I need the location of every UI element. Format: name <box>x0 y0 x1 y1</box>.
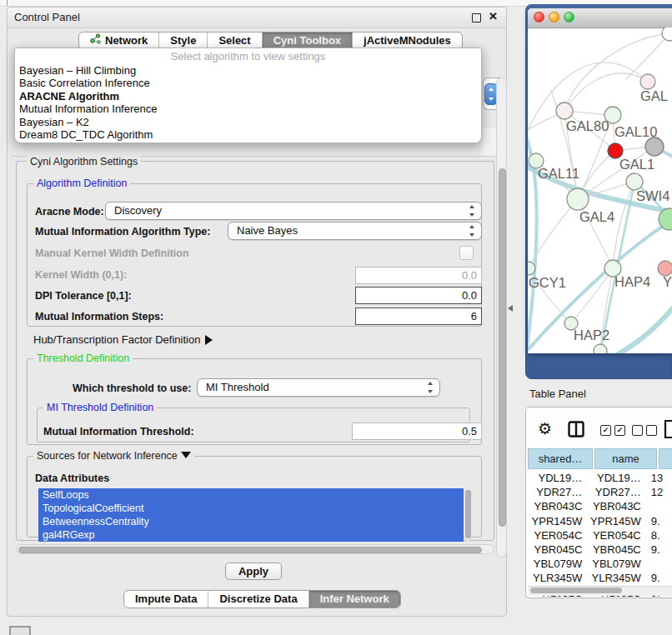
column-header[interactable] <box>659 448 672 469</box>
network-node[interactable] <box>662 28 672 41</box>
column-header[interactable]: shared… <box>528 448 593 469</box>
table-toolbar: ⚙ ✓✓ <box>526 408 672 448</box>
network-node-gal4[interactable] <box>567 188 589 210</box>
table-row[interactable]: YPR145WYPR145W9. <box>528 514 672 528</box>
aracne-mode-value: Discovery <box>114 204 162 217</box>
bottom-tab-impute-data[interactable]: Impute Data <box>124 591 208 608</box>
aracne-mode-select[interactable]: Discovery <box>105 202 482 220</box>
apply-button[interactable]: Apply <box>225 562 282 580</box>
network-edge[interactable] <box>604 296 672 353</box>
table-cell <box>648 499 672 513</box>
tab-jactivemnodules[interactable]: jActiveMNodules <box>353 32 462 49</box>
tab-cyni-toolbox[interactable]: Cyni Toolbox <box>263 32 353 49</box>
close-traffic-light-icon[interactable] <box>534 12 544 22</box>
attribute-list-item[interactable]: BetweennessCentrality <box>38 515 464 528</box>
network-canvas[interactable]: GALGAL80GAL10GAL1GAL11SWI4GAL4HAP4YGCY1H… <box>528 28 672 353</box>
table-row[interactable]: YBR045CYBR045C9. <box>528 542 672 557</box>
dropdown-option[interactable]: Basic Correlation Inference <box>15 77 481 89</box>
table-row[interactable]: YER054CYER054C8. <box>528 528 672 542</box>
network-edge[interactable] <box>626 33 669 79</box>
combo-arrows-icon <box>427 382 434 393</box>
table-row[interactable]: YBL079WYBL079W <box>528 557 672 571</box>
sources-group-title[interactable]: Sources for Network Inference <box>33 450 194 462</box>
float-window-icon[interactable] <box>472 13 481 22</box>
list-scrollbar-thumb[interactable] <box>465 490 471 538</box>
combo-arrows-icon <box>469 225 476 237</box>
network-node[interactable] <box>645 138 664 156</box>
cyni-bottom-tabbar: Impute DataDiscretize DataInfer Network <box>123 590 401 608</box>
panel-splitter-arrow[interactable] <box>508 305 513 312</box>
dropdown-option[interactable]: Bayesian – Hill Climbing <box>15 64 481 77</box>
which-threshold-label: Which threshold to use: <box>73 382 191 394</box>
minimized-panel-icon[interactable] <box>9 626 31 635</box>
dpi-tolerance-input[interactable] <box>355 287 482 304</box>
mi-threshold-input[interactable] <box>352 422 482 440</box>
dropdown-option[interactable]: Mutual Information Inference <box>15 102 481 115</box>
unchecked-boxes-icon[interactable] <box>632 425 657 436</box>
bottom-tab-label: Impute Data <box>135 591 197 608</box>
table-cell: YDR27… <box>589 485 647 499</box>
table-row[interactable]: YLR345WYLR345W9. <box>528 571 672 585</box>
hub-section-label: Hub/Transcription Factor Definition <box>33 333 200 346</box>
table-cell: YER054C <box>528 528 589 542</box>
table-cell: 9. <box>648 542 672 557</box>
tab-label: Style <box>170 32 196 49</box>
table-row[interactable]: YDL19…YDL19…13 <box>528 471 672 485</box>
mi-threshold-label: Mutual Information Threshold: <box>43 426 194 438</box>
table-hscroll-thumb[interactable] <box>530 588 622 593</box>
table-panel: ⚙ ✓✓ shared…name YDL19…YDL19…13YDR27…YDR… <box>525 407 672 598</box>
mi-type-select[interactable]: Naive Bayes <box>228 222 482 240</box>
minimize-traffic-light-icon[interactable] <box>549 12 559 22</box>
kernel-width-input[interactable] <box>355 267 482 284</box>
gear-icon[interactable]: ⚙ <box>538 422 552 437</box>
bottom-tab-discretize-data[interactable]: Discretize Data <box>208 591 308 608</box>
network-node-swi4[interactable] <box>626 173 643 190</box>
mi-steps-input[interactable] <box>355 308 482 325</box>
table-cell: 8. <box>648 528 672 542</box>
node-label: GCY1 <box>529 275 566 290</box>
tab-label: Select <box>218 32 250 49</box>
hub-section-toggle[interactable]: Hub/Transcription Factor Definition <box>33 333 213 346</box>
collapsed-arrow-icon <box>205 335 213 345</box>
table-panel-title: Table Panel <box>529 388 586 400</box>
column-header[interactable]: name <box>594 448 657 469</box>
zoom-traffic-light-icon[interactable] <box>564 12 574 22</box>
bottom-tab-infer-network[interactable]: Infer Network <box>309 591 400 608</box>
checked-boxes-icon[interactable]: ✓✓ <box>600 425 625 436</box>
split-columns-icon[interactable] <box>568 421 584 441</box>
settings-hscroll-thumb[interactable] <box>18 547 482 553</box>
tab-network[interactable]: Network <box>79 32 159 49</box>
network-node-gal[interactable] <box>640 74 655 89</box>
table-cell: YDL19… <box>528 471 589 485</box>
attribute-list-item[interactable]: gal4RGexp <box>38 528 464 542</box>
network-node-gal80[interactable] <box>556 102 573 119</box>
table-cell: 9. <box>648 514 672 528</box>
close-icon[interactable]: ✕ <box>489 10 498 22</box>
top-tick-mark <box>7 0 8 6</box>
settings-horizontal-scrollbar[interactable] <box>16 544 494 554</box>
table-row[interactable]: YDR27…YDR27…12 <box>528 485 672 499</box>
table-row[interactable]: YBR043CYBR043C <box>528 499 672 513</box>
data-attributes-list[interactable]: SelfLoopsTopologicalCoefficientBetweenne… <box>38 488 464 542</box>
kernel-width-label: Kernel Width (0,1): <box>35 269 127 281</box>
tab-select[interactable]: Select <box>208 32 262 49</box>
table-cell: YBR045C <box>589 542 647 557</box>
tab-style[interactable]: Style <box>159 32 208 49</box>
aracne-mode-label: Aracne Mode: <box>35 206 104 218</box>
manual-kernel-checkbox[interactable] <box>459 246 474 260</box>
combo-arrows-icon <box>469 205 476 217</box>
list-scrollbar[interactable] <box>464 489 472 541</box>
dropdown-option[interactable]: Bayesian – K2 <box>15 116 481 128</box>
network-node[interactable] <box>594 344 607 353</box>
settings-vscroll-thumb[interactable] <box>499 168 506 527</box>
document-icon[interactable] <box>664 419 672 442</box>
which-threshold-select[interactable]: MI Threshold <box>197 378 440 397</box>
table-cell: 13 <box>648 471 672 485</box>
table-cell <box>648 557 672 571</box>
dropdown-option[interactable]: Dream8 DC_TDC Algorithm <box>15 128 481 141</box>
settings-vertical-scrollbar[interactable] <box>496 78 507 558</box>
attribute-list-item[interactable]: TopologicalCoefficient <box>38 502 464 515</box>
network-edge[interactable] <box>564 73 648 111</box>
dropdown-option[interactable]: ARACNE Algorithm <box>15 90 481 102</box>
attribute-list-item[interactable]: SelfLoops <box>38 488 464 502</box>
